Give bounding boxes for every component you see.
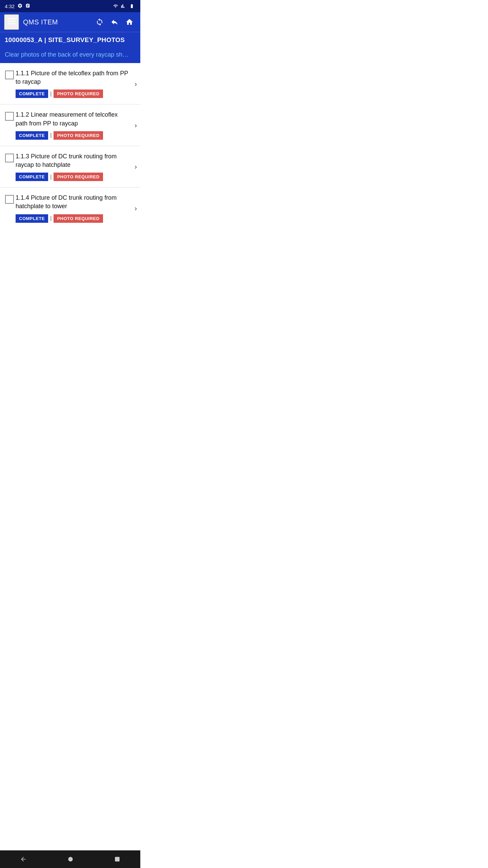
item-content: 1.1.2 Linear measurement of telcoflex pa… (16, 111, 136, 139)
refresh-button[interactable] (93, 15, 106, 29)
badge-photo-required: PHOTO REQUIRED (54, 173, 103, 181)
svg-rect-1 (7, 21, 16, 22)
checkbox-wrap (3, 69, 16, 79)
badge-separator: | (48, 215, 54, 221)
chevron-right-icon: › (135, 80, 137, 87)
checkbox[interactable] (5, 112, 14, 121)
svg-rect-0 (7, 18, 16, 19)
badge-complete: COMPLETE (16, 214, 48, 223)
badge-photo-required: PHOTO REQUIRED (54, 131, 103, 140)
status-bar: 4:32 (0, 0, 140, 12)
checkbox-wrap (3, 194, 16, 204)
item-content: 1.1.4 Picture of DC trunk routing from h… (16, 194, 136, 222)
status-right-icons (113, 4, 136, 8)
clipboard-status-icon (25, 3, 30, 9)
checkbox-wrap (3, 111, 16, 121)
nav-actions (93, 15, 136, 29)
nav-bar: QMS ITEM (0, 12, 140, 32)
badge-photo-required: PHOTO REQUIRED (54, 90, 103, 98)
item-title: 1.1.4 Picture of DC trunk routing from h… (16, 194, 128, 211)
svg-rect-2 (7, 23, 16, 24)
subtitle-text: Clear photos of the back of every raycap… (5, 51, 128, 58)
checkbox[interactable] (5, 154, 14, 162)
status-time: 4:32 (5, 3, 15, 9)
item-badges: COMPLETE | PHOTO REQUIRED (16, 90, 128, 98)
badge-separator: | (48, 132, 54, 138)
badge-complete: COMPLETE (16, 90, 48, 98)
item-content: 1.1.3 Picture of DC trunk routing from r… (16, 152, 136, 181)
badge-separator: | (48, 174, 54, 180)
list-item[interactable]: 1.1.2 Linear measurement of telcoflex pa… (0, 104, 140, 146)
list-container: 1.1.1 Picture of the telcoflex path from… (0, 63, 140, 229)
header-info: 10000053_A | SITE_SURVEY_PHOTOS (0, 32, 140, 48)
list-item[interactable]: 1.1.4 Picture of DC trunk routing from h… (0, 188, 140, 229)
item-badges: COMPLETE | PHOTO REQUIRED (16, 214, 128, 223)
item-title: 1.1.2 Linear measurement of telcoflex pa… (16, 111, 128, 127)
subtitle-bar: Clear photos of the back of every raycap… (0, 48, 140, 63)
item-title: 1.1.1 Picture of the telcoflex path from… (16, 69, 128, 86)
chevron-right-icon: › (135, 121, 137, 129)
badge-complete: COMPLETE (16, 131, 48, 140)
settings-status-icon (17, 3, 23, 9)
chevron-right-icon: › (135, 163, 137, 171)
item-badges: COMPLETE | PHOTO REQUIRED (16, 131, 128, 140)
header-info-title: 10000053_A | SITE_SURVEY_PHOTOS (5, 36, 125, 43)
item-content: 1.1.1 Picture of the telcoflex path from… (16, 69, 136, 98)
item-title: 1.1.3 Picture of DC trunk routing from r… (16, 152, 128, 169)
menu-button[interactable] (4, 14, 19, 30)
checkbox[interactable] (5, 71, 14, 79)
page-title: QMS ITEM (23, 18, 89, 26)
back-button[interactable] (108, 15, 121, 29)
home-button[interactable] (123, 15, 136, 29)
chevron-right-icon: › (135, 204, 137, 212)
badge-photo-required: PHOTO REQUIRED (54, 214, 103, 223)
badge-separator: | (48, 91, 54, 97)
checkbox[interactable] (5, 195, 14, 204)
list-item[interactable]: 1.1.1 Picture of the telcoflex path from… (0, 63, 140, 104)
checkbox-wrap (3, 152, 16, 162)
item-badges: COMPLETE | PHOTO REQUIRED (16, 173, 128, 181)
badge-complete: COMPLETE (16, 173, 48, 181)
list-item[interactable]: 1.1.3 Picture of DC trunk routing from r… (0, 146, 140, 188)
